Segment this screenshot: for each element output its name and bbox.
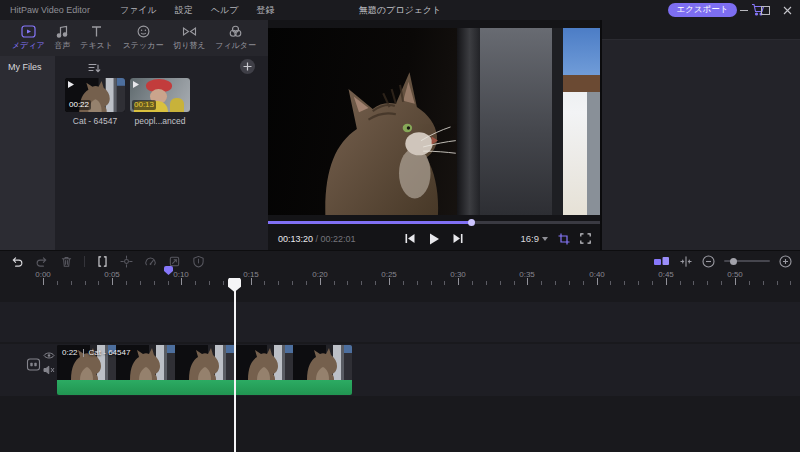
position-icon[interactable] xyxy=(120,255,133,268)
tab-media[interactable]: メディア xyxy=(12,25,45,56)
add-media-button[interactable] xyxy=(240,59,255,74)
tab-transition[interactable]: 切り替え xyxy=(173,25,205,56)
title-bar: HitPaw Video Editor ファイル 設定 ヘルプ 登録 無題のプロ… xyxy=(0,0,800,20)
minimize-icon[interactable] xyxy=(740,10,748,11)
play-badge-icon xyxy=(133,81,139,88)
roof-patch xyxy=(563,75,600,92)
main-track-icon[interactable] xyxy=(26,357,41,372)
timeline-zoom-slider[interactable] xyxy=(724,260,770,262)
window-controls xyxy=(740,0,792,20)
duration-badge: 00:22 xyxy=(67,100,91,110)
playback-controls: 00:13:20 / 00:22:01 16:9 xyxy=(268,227,600,250)
time-ruler[interactable]: 0:00 0:05 0:10 0:15 0:20 0:25 0:30 0:35 … xyxy=(40,268,800,286)
plus-icon xyxy=(243,62,252,71)
tab-text[interactable]: テキスト xyxy=(80,25,113,56)
clip-audio-waveform xyxy=(57,380,352,395)
media-item-cat[interactable]: 00:22 xyxy=(65,78,125,112)
undo-icon[interactable] xyxy=(10,255,24,268)
track-view-toggle-icon[interactable] xyxy=(653,256,670,267)
media-item-name: Cat - 64547 xyxy=(65,116,125,126)
project-title: 無題のプロジェクト xyxy=(359,4,441,17)
playhead-handle[interactable] xyxy=(228,278,241,292)
menu-settings[interactable]: 設定 xyxy=(175,4,193,17)
chevron-down-icon xyxy=(542,237,548,241)
redo-icon[interactable] xyxy=(35,255,49,268)
previous-frame-icon[interactable] xyxy=(405,233,416,244)
split-icon[interactable] xyxy=(96,255,109,268)
maximize-icon[interactable] xyxy=(761,6,770,15)
video-viewport[interactable] xyxy=(268,28,600,215)
snap-icon[interactable] xyxy=(679,255,693,268)
cat-subject xyxy=(285,47,471,215)
transition-icon xyxy=(182,25,197,38)
track-visibility-eye-icon[interactable] xyxy=(43,351,55,360)
timeline-panel: 0:00 0:05 0:10 0:15 0:20 0:25 0:30 0:35 … xyxy=(0,250,800,452)
track-mute-icon[interactable] xyxy=(43,365,55,375)
next-frame-icon[interactable] xyxy=(453,233,464,244)
menu-help[interactable]: ヘルプ xyxy=(211,4,239,17)
media-item-people[interactable]: 00:13 xyxy=(130,78,190,112)
menu-register[interactable]: 登録 xyxy=(256,4,274,17)
preview-panel: 00:13:20 / 00:22:01 16:9 xyxy=(268,20,600,250)
sticker-icon xyxy=(137,25,150,38)
asset-tabbar: メディア 音声 テキスト ステッカー 切り替え フィルター xyxy=(0,20,268,56)
crop-icon[interactable] xyxy=(558,233,570,245)
timecode: 00:13:20 / 00:22:01 xyxy=(278,234,356,244)
folder-my-files[interactable]: My Files xyxy=(0,56,55,72)
tab-filter[interactable]: フィルター xyxy=(215,25,256,56)
window-frame-edge xyxy=(552,28,564,215)
timeline-toolbar-right xyxy=(653,254,792,268)
close-icon[interactable] xyxy=(783,6,792,15)
fullscreen-icon[interactable] xyxy=(580,233,591,244)
menu-bar: ファイル 設定 ヘルプ 登録 xyxy=(120,4,274,17)
clip-label: 0:22 Cat - 64547 xyxy=(62,348,130,357)
zoom-out-icon[interactable] xyxy=(702,255,715,268)
tab-audio[interactable]: 音声 xyxy=(54,25,70,56)
ruler-major-ticks xyxy=(43,278,800,285)
arm-shape xyxy=(170,98,184,112)
text-icon xyxy=(90,25,103,38)
media-icon xyxy=(21,25,36,38)
speed-icon[interactable] xyxy=(144,255,157,268)
watermark-shield-icon[interactable] xyxy=(192,255,205,268)
timeline-toolbar-left xyxy=(10,254,205,268)
menu-file[interactable]: ファイル xyxy=(120,4,157,17)
playhead-line xyxy=(234,279,236,452)
sort-icon[interactable] xyxy=(88,62,101,74)
seek-handle[interactable] xyxy=(468,219,475,226)
zoom-in-icon[interactable] xyxy=(779,255,792,268)
delete-icon[interactable] xyxy=(60,255,73,268)
sky-patch xyxy=(563,28,600,75)
media-item-name: peopl...anced xyxy=(130,116,190,126)
track-header xyxy=(0,344,56,396)
export-button[interactable]: エクスポート xyxy=(668,3,737,17)
timeline-clip-cat[interactable]: 0:22 Cat - 64547 xyxy=(57,345,352,395)
tab-sticker[interactable]: ステッカー xyxy=(123,25,164,56)
empty-track-lane[interactable] xyxy=(0,302,800,342)
crop-edit-icon[interactable] xyxy=(168,255,181,268)
duration-badge: 00:13 xyxy=(132,100,156,110)
app-title: HitPaw Video Editor xyxy=(10,5,90,15)
properties-panel-header xyxy=(602,20,800,40)
play-icon[interactable] xyxy=(429,233,440,245)
zoom-slider-handle[interactable] xyxy=(730,258,737,265)
aspect-ratio-select[interactable]: 16:9 xyxy=(521,233,549,244)
window-screen xyxy=(480,28,553,215)
play-badge-icon xyxy=(68,81,74,88)
seek-bar[interactable] xyxy=(268,221,600,224)
seek-bar-fill xyxy=(268,221,471,224)
media-grid: 00:22 00:13 Cat - 64547 peopl...anced xyxy=(55,56,268,250)
media-folder-rail: My Files xyxy=(0,56,55,250)
music-note-icon xyxy=(56,25,69,38)
properties-panel xyxy=(602,20,800,250)
filter-icon xyxy=(229,25,242,38)
toolbar-divider xyxy=(84,256,85,267)
